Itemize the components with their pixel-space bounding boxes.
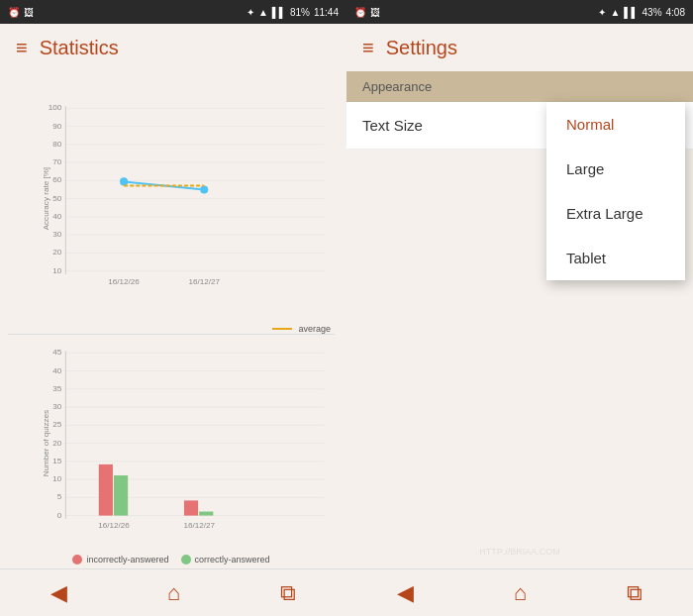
stats-content: 100 90 80 70 60 50 40 30 20 10 (0, 71, 346, 568)
legend-correct: correctly-answered (181, 555, 270, 565)
alarm-icon: ⏰ (8, 7, 20, 18)
svg-text:100: 100 (49, 103, 62, 112)
statistics-screen: ⏰ 🖼 ✦ ▲ ▌▌ 81% 11:44 ≡ Statistics 100 90… (0, 0, 346, 616)
settings-content: Appearance Text Size Normal ▾ Normal Lar… (346, 71, 693, 568)
home-button-right[interactable]: ⌂ (514, 580, 527, 606)
dropdown-item-extra-large[interactable]: Extra Large (546, 191, 685, 236)
bottom-nav-left: ◀ ⌂ ⧉ (0, 568, 346, 616)
incorrect-label: incorrectly-answered (86, 555, 168, 565)
hamburger-icon-left[interactable]: ≡ (16, 37, 28, 59)
svg-text:20: 20 (52, 439, 62, 448)
bottom-nav-right: ◀ ⌂ ⧉ (346, 568, 693, 616)
bar-incorrect-2 (184, 500, 198, 515)
time-left: 11:44 (314, 7, 339, 18)
wifi-icon: ▲ (258, 7, 268, 18)
svg-text:10: 10 (52, 266, 62, 275)
svg-text:0: 0 (57, 511, 62, 520)
svg-text:16/12/26: 16/12/26 (98, 521, 130, 530)
hamburger-icon-right[interactable]: ≡ (362, 37, 374, 59)
status-left-icons-right: ⏰ 🖼 (354, 7, 380, 18)
average-line-legend (272, 328, 292, 330)
correct-label: correctly-answered (195, 555, 270, 565)
image-icon-right: 🖼 (370, 7, 380, 18)
status-right-info: ✦ ▲ ▌▌ 81% 11:44 (247, 7, 339, 18)
svg-text:10: 10 (52, 474, 62, 483)
dropdown-item-large[interactable]: Large (546, 147, 685, 191)
battery-right: 43% (643, 7, 662, 18)
time-right: 4:08 (666, 7, 685, 18)
incorrect-dot (72, 555, 82, 565)
text-size-label: Text Size (362, 117, 423, 134)
svg-text:40: 40 (52, 212, 62, 221)
svg-text:70: 70 (52, 157, 62, 166)
stats-title: Statistics (40, 37, 119, 59)
svg-text:80: 80 (52, 140, 62, 149)
svg-text:40: 40 (52, 366, 62, 375)
svg-text:15: 15 (52, 457, 62, 465)
signal-icon: ▌▌ (272, 7, 286, 18)
status-right-info-right: ✦ ▲ ▌▌ 43% 4:08 (598, 7, 685, 18)
stats-app-bar: ≡ Statistics (0, 24, 346, 71)
svg-text:Number of quizzes: Number of quizzes (44, 410, 50, 476)
status-bar-left: ⏰ 🖼 ✦ ▲ ▌▌ 81% 11:44 (0, 0, 346, 24)
svg-text:50: 50 (52, 194, 62, 203)
alarm-icon-right: ⏰ (354, 7, 366, 18)
legend-incorrect: incorrectly-answered (72, 555, 168, 565)
settings-screen: ⏰ 🖼 ✦ ▲ ▌▌ 43% 4:08 ≡ Settings Appearanc… (346, 0, 693, 616)
quiz-legend: incorrectly-answered correctly-answered (4, 553, 339, 568)
average-legend: average (4, 322, 339, 334)
bar-incorrect-1 (99, 464, 113, 516)
svg-text:16/12/26: 16/12/26 (108, 277, 140, 286)
svg-text:16/12/27: 16/12/27 (183, 521, 215, 530)
bar-correct-2 (199, 512, 213, 516)
quiz-chart-container: 45 40 35 30 25 20 15 10 5 0 (4, 335, 339, 553)
battery-left: 81% (290, 7, 310, 18)
dropdown-item-tablet[interactable]: Tablet (546, 236, 685, 280)
bluetooth-icon-right: ✦ (598, 7, 606, 18)
svg-text:60: 60 (52, 175, 62, 184)
accuracy-chart: 100 90 80 70 60 50 40 30 20 10 (44, 75, 335, 302)
accuracy-chart-container: 100 90 80 70 60 50 40 30 20 10 (4, 71, 339, 322)
appearance-section-header: Appearance (346, 71, 693, 102)
recent-button-left[interactable]: ⧉ (280, 580, 296, 606)
back-button-left[interactable]: ◀ (50, 580, 67, 606)
svg-text:16/12/27: 16/12/27 (188, 277, 220, 286)
home-button-left[interactable]: ⌂ (167, 580, 180, 606)
quiz-chart: 45 40 35 30 25 20 15 10 5 0 (44, 339, 335, 533)
svg-text:Accuracy rate [%]: Accuracy rate [%] (44, 167, 50, 230)
wifi-icon-right: ▲ (610, 7, 620, 18)
svg-text:25: 25 (52, 420, 62, 429)
svg-text:30: 30 (52, 230, 62, 239)
bar-correct-1 (114, 475, 128, 516)
correct-dot (181, 555, 191, 565)
text-size-row[interactable]: Text Size Normal ▾ Normal Large Extra La… (346, 102, 693, 150)
signal-icon-right: ▌▌ (624, 7, 638, 18)
average-label: average (298, 324, 331, 334)
status-bar-right: ⏰ 🖼 ✦ ▲ ▌▌ 43% 4:08 (346, 0, 693, 24)
back-button-right[interactable]: ◀ (397, 580, 414, 606)
status-left-icons: ⏰ 🖼 (8, 7, 34, 18)
settings-title: Settings (386, 37, 457, 59)
svg-text:30: 30 (52, 402, 62, 411)
dropdown-item-normal[interactable]: Normal (546, 102, 685, 147)
svg-text:45: 45 (52, 348, 62, 357)
bluetooth-icon: ✦ (247, 7, 254, 18)
settings-app-bar: ≡ Settings (346, 24, 693, 71)
svg-text:20: 20 (52, 248, 62, 257)
svg-text:5: 5 (57, 492, 62, 501)
text-size-dropdown[interactable]: Normal Large Extra Large Tablet (546, 102, 685, 280)
image-icon: 🖼 (24, 7, 34, 18)
recent-button-right[interactable]: ⧉ (627, 580, 643, 606)
svg-text:90: 90 (52, 122, 62, 131)
svg-text:35: 35 (52, 384, 62, 393)
